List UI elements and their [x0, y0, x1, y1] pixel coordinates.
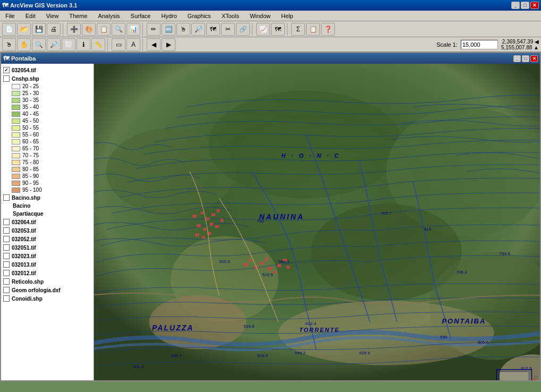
map-area[interactable]: 700 705.7 415 706.4 734.5 572.5 588.3 51…: [94, 64, 540, 380]
layer-checkbox-032051[interactable]: [3, 244, 10, 251]
layer-name-032023: 032023.tif: [12, 253, 36, 259]
select-button[interactable]: 🖱: [176, 23, 190, 36]
menu-graphics[interactable]: Graphics: [184, 12, 214, 20]
zoom-in-button[interactable]: 🔎: [191, 23, 205, 36]
zoom-ext-button[interactable]: 🗺: [206, 23, 220, 36]
sub-window: 🗺 Pontaiba _ □ ✕ 032054.tif Cnshp: [0, 52, 541, 381]
layer-checkbox-cnshp[interactable]: [3, 75, 10, 82]
menu-xtools[interactable]: XTools: [218, 12, 242, 20]
label-button[interactable]: 🔤: [162, 23, 175, 36]
legend-label-20-25: 20 - 25: [22, 83, 39, 89]
menu-hydro[interactable]: Hydro: [158, 12, 180, 20]
legend-layer-032053[interactable]: 032053.tif: [1, 226, 94, 235]
prev-extent-tool[interactable]: ◀: [147, 38, 160, 51]
legend-layer-bacino[interactable]: Bacino: [1, 202, 94, 210]
minimize-button[interactable]: _: [511, 2, 520, 9]
layer-checkbox-032054[interactable]: [3, 67, 10, 73]
legend-layer-032023[interactable]: 032023.tif: [1, 252, 94, 260]
legend-item-50-55: 50 - 55: [1, 124, 94, 131]
identify-tool[interactable]: ℹ: [77, 38, 90, 51]
layer-name-geom: Geom orfologia.dxf: [12, 287, 61, 293]
close-button[interactable]: ✕: [530, 2, 539, 9]
toolbar-1: 📄 📂 💾 🖨 ➕ 🎨 📋 🔍 📊 ✏ 🔤 🖱 🔎 🗺 ✂ 🔗 📈 🗺 Σ 📋 …: [0, 21, 541, 37]
legend-layer-spartiacque[interactable]: Spartiacque: [1, 210, 94, 218]
maximize-button[interactable]: □: [521, 2, 529, 9]
theme-props-button[interactable]: 🎨: [82, 23, 96, 36]
chart-button[interactable]: 📈: [256, 23, 270, 36]
legend-layer-032012[interactable]: 032012.tif: [1, 269, 94, 277]
layer-checkbox-reticolo[interactable]: [3, 278, 10, 285]
menu-surface[interactable]: Surface: [128, 12, 154, 20]
legend-layer-conoidi[interactable]: Conoidi.shp: [1, 294, 94, 303]
find-button[interactable]: 🔍: [112, 23, 125, 36]
sub-minimize-button[interactable]: _: [513, 55, 521, 62]
legend-layer-cnshp[interactable]: Cnshp.shp: [1, 74, 94, 83]
layer-checkbox-conoidi[interactable]: [3, 295, 10, 302]
layer-checkbox-032052[interactable]: [3, 236, 10, 242]
draw-rect-tool[interactable]: ▭: [112, 38, 125, 51]
sub-window-icon: 🗺: [3, 55, 9, 62]
legend-layer-032013[interactable]: 032013.tif: [1, 260, 94, 269]
menu-analysis[interactable]: Analysis: [95, 12, 123, 20]
measure-tool[interactable]: 📏: [91, 38, 105, 51]
menu-theme[interactable]: Theme: [66, 12, 90, 20]
add-theme-button[interactable]: ➕: [67, 23, 81, 36]
toolbar-2: 🖱 ✋ 🔍 🔎 ⬜ ℹ 📏 ▭ A ◀ ▶ Scale 1: 2,369,547…: [0, 37, 541, 52]
layer-checkbox-032023[interactable]: [3, 253, 10, 259]
next-extent-tool[interactable]: ▶: [162, 38, 175, 51]
legend-item-90-95: 90 - 95: [1, 180, 94, 186]
legend-layer-032064[interactable]: 032064.tif: [1, 218, 94, 226]
layer-checkbox-032053[interactable]: [3, 227, 10, 234]
legend-color-70-75: [12, 153, 20, 158]
layer-name-cnshp: Cnshp.shp: [12, 76, 39, 82]
legend-color-80-85: [12, 167, 20, 172]
edit-legend-button[interactable]: 📋: [97, 23, 111, 36]
pan-tool[interactable]: ✋: [17, 38, 31, 51]
legend-layer-032051[interactable]: 032051.tif: [1, 243, 94, 252]
zoom-in-tool[interactable]: 🔍: [32, 38, 46, 51]
layout-button[interactable]: 🗺: [271, 23, 285, 36]
menu-view[interactable]: View: [43, 12, 62, 20]
toolbar2-tools: 🖱 ✋ 🔍 🔎 ⬜ ℹ 📏 ▭ A ◀ ▶: [2, 38, 175, 51]
legend-item-95-100: 95 - 100: [1, 186, 94, 193]
pointer-tool[interactable]: 🖱: [2, 38, 16, 51]
save-button[interactable]: 💾: [32, 23, 46, 36]
print-button[interactable]: 🖨: [47, 23, 61, 36]
legend-item-80-85: 80 - 85: [1, 166, 94, 173]
scale-input[interactable]: [461, 40, 498, 49]
layer-name-032053: 032053.tif: [12, 228, 36, 234]
sum-button[interactable]: Σ: [291, 23, 305, 36]
resize-handle[interactable]: ⊞: [532, 373, 540, 380]
help-button[interactable]: ❓: [321, 23, 335, 36]
legend-layer-032054[interactable]: 032054.tif: [1, 66, 94, 74]
layer-checkbox-032064[interactable]: [3, 219, 10, 225]
text-tool[interactable]: A: [126, 38, 140, 51]
report-button[interactable]: 📋: [306, 23, 320, 36]
open-button[interactable]: 📂: [17, 23, 31, 36]
layer-checkbox-032012[interactable]: [3, 270, 10, 276]
legend-layer-geom[interactable]: Geom orfologia.dxf: [1, 286, 94, 294]
cut-button[interactable]: ✂: [221, 23, 235, 36]
svg-text:829.5: 829.5: [359, 351, 370, 355]
query-button[interactable]: 📊: [126, 23, 140, 36]
draw-button[interactable]: ✏: [147, 23, 160, 36]
legend-layer-bacino-shp[interactable]: Bacino.shp: [1, 193, 94, 202]
menu-window[interactable]: Window: [247, 12, 274, 20]
sub-maximize-button[interactable]: □: [522, 55, 529, 62]
layer-checkbox-032013[interactable]: [3, 261, 10, 268]
legend-color-25-30: [12, 91, 20, 96]
layer-checkbox-geom[interactable]: [3, 287, 10, 293]
legend-layer-reticolo[interactable]: Reticolo.shp: [1, 277, 94, 286]
layer-checkbox-bacino-shp[interactable]: [3, 194, 10, 201]
menu-edit[interactable]: Edit: [22, 12, 39, 20]
legend-layer-032052[interactable]: 032052.tif: [1, 235, 94, 243]
svg-rect-56: [500, 372, 529, 380]
zoom-rect-tool[interactable]: ⬜: [62, 38, 75, 51]
legend-color-45-50: [12, 118, 20, 124]
menu-file[interactable]: File: [2, 12, 18, 20]
link-button[interactable]: 🔗: [236, 23, 250, 36]
new-button[interactable]: 📄: [2, 23, 16, 36]
menu-help[interactable]: Help: [278, 12, 297, 20]
zoom-out-tool[interactable]: 🔎: [47, 38, 61, 51]
sub-close-button[interactable]: ✕: [530, 55, 538, 62]
